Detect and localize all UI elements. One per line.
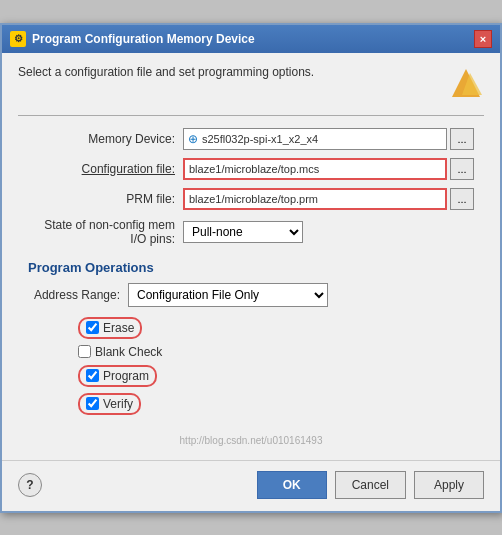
form-section: Memory Device: ⊕ s25fl032p-spi-x1_x2_x4 …: [18, 128, 484, 246]
blank-check-row: Blank Check: [28, 345, 474, 359]
program-config-dialog: ⚙ Program Configuration Memory Device × …: [0, 23, 502, 513]
verify-row: Verify: [28, 393, 474, 415]
cancel-button[interactable]: Cancel: [335, 471, 406, 499]
dialog-title: Program Configuration Memory Device: [32, 32, 255, 46]
header-section: Select a configuration file and set prog…: [18, 65, 484, 101]
help-button[interactable]: ?: [18, 473, 42, 497]
title-bar-left: ⚙ Program Configuration Memory Device: [10, 31, 255, 47]
state-row: State of non-config mem I/O pins: Pull-n…: [28, 218, 474, 246]
dialog-icon: ⚙: [10, 31, 26, 47]
memory-device-value: s25fl032p-spi-x1_x2_x4: [202, 133, 318, 145]
dialog-footer: ? OK Cancel Apply: [2, 460, 500, 511]
apply-button[interactable]: Apply: [414, 471, 484, 499]
program-highlight: Program: [78, 365, 157, 387]
address-range-row: Address Range: Configuration File Only F…: [28, 283, 474, 307]
blank-check-wrapper: Blank Check: [78, 345, 162, 359]
blank-check-label: Blank Check: [95, 345, 162, 359]
watermark: http://blog.csdn.net/u010161493: [2, 433, 500, 450]
erase-row: Erase: [28, 317, 474, 339]
prm-file-browse-button[interactable]: ...: [450, 188, 474, 210]
address-range-label: Address Range:: [28, 288, 128, 302]
state-select[interactable]: Pull-none Pull-up Pull-down: [183, 221, 303, 243]
prm-file-label: PRM file:: [28, 192, 183, 206]
prm-file-input[interactable]: [183, 188, 447, 210]
blank-check-checkbox[interactable]: [78, 345, 91, 358]
state-input-group: Pull-none Pull-up Pull-down: [183, 221, 474, 243]
divider: [18, 115, 484, 116]
prm-file-input-group: ...: [183, 188, 474, 210]
config-file-input-group: ...: [183, 158, 474, 180]
memory-device-row: Memory Device: ⊕ s25fl032p-spi-x1_x2_x4 …: [28, 128, 474, 150]
config-file-row: Configuration file: ...: [28, 158, 474, 180]
state-label: State of non-config mem I/O pins:: [28, 218, 183, 246]
program-ops-title: Program Operations: [28, 260, 474, 275]
program-row: Program: [28, 365, 474, 387]
config-file-input[interactable]: [183, 158, 447, 180]
title-bar: ⚙ Program Configuration Memory Device ×: [2, 25, 500, 53]
program-checkbox[interactable]: [86, 369, 99, 382]
memory-device-label: Memory Device:: [28, 132, 183, 146]
footer-buttons: OK Cancel Apply: [257, 471, 484, 499]
logo-icon: [448, 65, 484, 101]
program-ops-section: Program Operations Address Range: Config…: [18, 260, 484, 415]
close-button[interactable]: ×: [474, 30, 492, 48]
ok-button[interactable]: OK: [257, 471, 327, 499]
erase-checkbox[interactable]: [86, 321, 99, 334]
memory-device-display: ⊕ s25fl032p-spi-x1_x2_x4: [183, 128, 447, 150]
dialog-body: Select a configuration file and set prog…: [2, 53, 500, 433]
verify-checkbox[interactable]: [86, 397, 99, 410]
memory-icon: ⊕: [188, 132, 198, 146]
erase-highlight: Erase: [78, 317, 142, 339]
prm-file-row: PRM file: ...: [28, 188, 474, 210]
verify-highlight: Verify: [78, 393, 141, 415]
memory-device-input-group: ⊕ s25fl032p-spi-x1_x2_x4 ...: [183, 128, 474, 150]
memory-device-browse-button[interactable]: ...: [450, 128, 474, 150]
program-label: Program: [103, 369, 149, 383]
config-file-label: Configuration file:: [28, 162, 183, 176]
address-range-select[interactable]: Configuration File Only Full Memory: [128, 283, 328, 307]
verify-label: Verify: [103, 397, 133, 411]
config-file-browse-button[interactable]: ...: [450, 158, 474, 180]
erase-label: Erase: [103, 321, 134, 335]
header-description: Select a configuration file and set prog…: [18, 65, 448, 79]
